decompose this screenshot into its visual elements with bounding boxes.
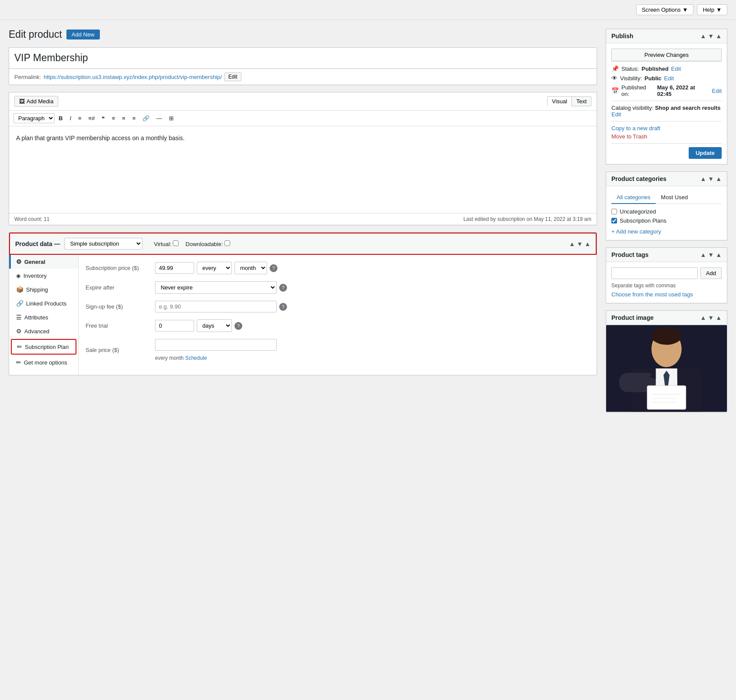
svg-rect-6 [647, 386, 686, 410]
move-trash-link[interactable]: Move to Trash [611, 133, 722, 140]
nav-item-attributes[interactable]: ☰ Attributes [9, 310, 78, 324]
virtual-checkbox-label[interactable]: Virtual: [154, 240, 178, 247]
top-bar: Screen Options ▼ Help ▼ [0, 0, 736, 20]
image-collapse-up[interactable]: ▲ [700, 314, 706, 321]
subscription-plans-label[interactable]: Subscription Plans [620, 217, 667, 224]
visibility-edit-link[interactable]: Edit [664, 75, 673, 82]
update-button[interactable]: Update [689, 147, 722, 159]
tags-minimize[interactable]: ▲ [716, 251, 722, 258]
link-button[interactable]: 🔗 [139, 113, 152, 123]
product-title-input[interactable] [9, 48, 597, 69]
tags-collapse-up[interactable]: ▲ [700, 251, 706, 258]
ordered-list-button[interactable]: ≡# [86, 113, 98, 123]
free-trial-help[interactable]: ? [234, 322, 242, 330]
status-edit-link[interactable]: Edit [671, 66, 681, 72]
categories-minimize[interactable]: ▲ [716, 175, 722, 182]
preview-changes-button[interactable]: Preview Changes [611, 49, 722, 61]
add-media-button[interactable]: 🖼 Add Media [14, 96, 58, 107]
product-image-panel-header[interactable]: Product image ▲ ▼ ▲ [606, 311, 727, 325]
nav-item-linked[interactable]: 🔗 Linked Products [9, 296, 78, 310]
product-data-collapse-down[interactable]: ▼ [577, 240, 583, 247]
add-new-button[interactable]: Add New [66, 30, 100, 39]
table-button[interactable]: ⊞ [166, 113, 177, 123]
image-collapse-down[interactable]: ▼ [708, 314, 714, 321]
text-tab[interactable]: Text [571, 96, 591, 106]
period-select[interactable]: day week month year [234, 262, 267, 274]
nav-item-general[interactable]: ⚙ General [9, 255, 78, 269]
visual-tab[interactable]: Visual [547, 96, 571, 106]
all-categories-tab[interactable]: All categories [611, 191, 656, 204]
expire-help[interactable]: ? [279, 284, 287, 292]
tags-input[interactable] [611, 267, 698, 279]
paragraph-select[interactable]: Paragraph [13, 113, 55, 123]
categories-panel: Product categories ▲ ▼ ▲ All categories … [606, 171, 727, 240]
uncategorized-label[interactable]: Uncategorized [620, 208, 656, 215]
uncategorized-checkbox[interactable] [611, 209, 617, 214]
nav-item-shipping[interactable]: 📦 Shipping [9, 283, 78, 296]
product-type-select[interactable]: Simple subscription Simple product Varia… [64, 238, 142, 250]
every-select[interactable]: every every 2 every 3 [197, 262, 232, 274]
image-minimize[interactable]: ▲ [716, 314, 722, 321]
bold-button[interactable]: B [56, 113, 66, 123]
screen-options-button[interactable]: Screen Options ▼ [636, 4, 693, 15]
publish-panel-header[interactable]: Publish ▲ ▼ ▲ [606, 29, 727, 43]
free-trial-input[interactable] [155, 320, 194, 332]
help-button[interactable]: Help ▼ [697, 4, 727, 15]
most-used-tab[interactable]: Most Used [656, 191, 693, 204]
downloadable-label: Downloadable: [185, 241, 223, 247]
align-center-button[interactable]: ≡ [119, 113, 129, 123]
publish-minimize[interactable]: ▲ [716, 33, 722, 39]
signup-fee-input[interactable] [155, 301, 277, 312]
subscription-price-help[interactable]: ? [270, 264, 277, 272]
align-right-button[interactable]: ≡ [129, 113, 139, 123]
categories-collapse-up[interactable]: ▲ [700, 175, 706, 182]
downloadable-checkbox-label[interactable]: Downloadable: [185, 240, 230, 247]
nav-item-subscription[interactable]: ✏ Subscription Plan [11, 339, 76, 355]
page-header: Edit product Add New [9, 29, 597, 40]
editor-content[interactable]: A plan that grants VIP membership access… [9, 126, 597, 213]
expire-select[interactable]: Never expire 1 month 3 months 6 months 1… [155, 281, 277, 294]
publish-collapse-down[interactable]: ▼ [708, 33, 714, 39]
unordered-list-button[interactable]: ≡ [75, 113, 85, 123]
published-edit-link[interactable]: Edit [712, 88, 722, 94]
sale-price-input[interactable] [155, 339, 277, 351]
signup-fee-help[interactable]: ? [279, 303, 287, 311]
nav-attributes-label: Attributes [24, 314, 48, 321]
signup-fee-row: Sign-up fee ($) ? [86, 301, 590, 312]
free-trial-period-select[interactable]: days weeks months [197, 319, 232, 332]
nav-item-more[interactable]: ✏ Get more options [9, 355, 78, 369]
tags-input-row: Add [611, 267, 722, 279]
subscription-plans-checkbox[interactable] [611, 218, 617, 223]
align-left-button[interactable]: ≡ [109, 113, 118, 123]
tags-panel-header[interactable]: Product tags ▲ ▼ ▲ [606, 248, 727, 262]
product-image[interactable] [606, 325, 727, 412]
add-category-link[interactable]: + Add new category [611, 228, 661, 235]
italic-button[interactable]: I [66, 113, 74, 123]
virtual-checkbox[interactable] [173, 240, 178, 246]
product-data-collapse-up[interactable]: ▲ [569, 240, 575, 247]
subscription-price-input[interactable] [155, 262, 194, 274]
product-data-minimize[interactable]: ▲ [584, 240, 591, 247]
nav-item-inventory[interactable]: ◈ Inventory [9, 269, 78, 283]
calendar-icon: 📅 [611, 87, 619, 94]
permalink-edit-button[interactable]: Edit [224, 72, 241, 81]
copy-draft-link[interactable]: Copy to a new draft [611, 125, 722, 131]
linked-icon: 🔗 [16, 300, 23, 307]
categories-panel-body: All categories Most Used Uncategorized S… [606, 186, 727, 240]
permalink-url[interactable]: https://subscription.us3.instawp.xyz/ind… [43, 74, 221, 80]
downloadable-checkbox[interactable] [224, 240, 230, 246]
blockquote-button[interactable]: ❝ [99, 113, 108, 123]
product-data-content: Subscription price ($) every every 2 eve… [79, 255, 597, 375]
schedule-link[interactable]: Schedule [185, 355, 207, 361]
publish-collapse-up[interactable]: ▲ [700, 33, 706, 39]
tags-collapse-down[interactable]: ▼ [708, 251, 714, 258]
free-trial-controls: days weeks months ? [155, 319, 590, 332]
categories-collapse-down[interactable]: ▼ [708, 175, 714, 182]
tags-add-button[interactable]: Add [700, 267, 722, 279]
pub-footer: Update [611, 143, 722, 159]
catalog-edit-link[interactable]: Edit [611, 111, 621, 118]
choose-tags-link[interactable]: Choose from the most used tags [611, 291, 693, 298]
nav-item-advanced[interactable]: ⚙ Advanced [9, 324, 78, 338]
categories-panel-header[interactable]: Product categories ▲ ▼ ▲ [606, 172, 727, 186]
horizontal-rule-button[interactable]: — [153, 113, 165, 123]
